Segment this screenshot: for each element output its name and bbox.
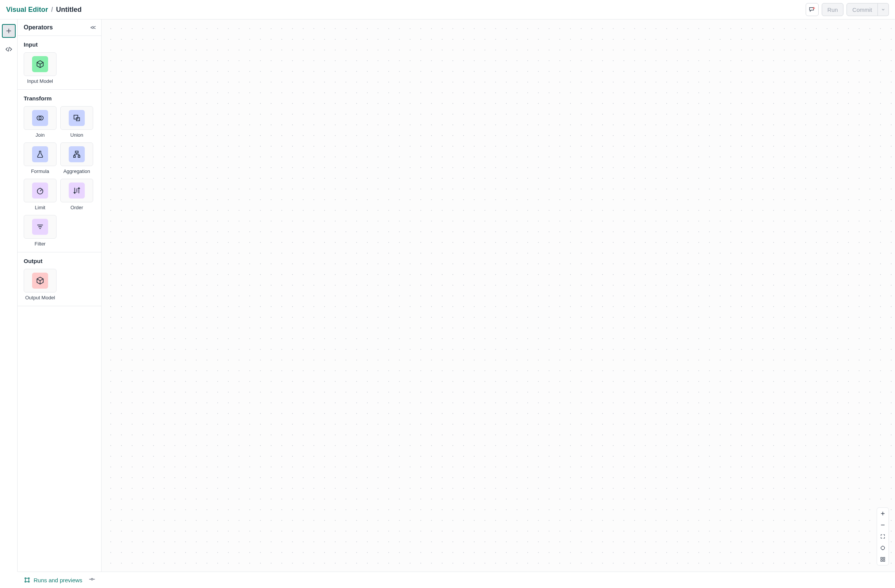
svg-point-13	[25, 578, 26, 579]
header-actions: Run Commit	[806, 3, 889, 16]
cube-icon	[36, 60, 44, 68]
svg-rect-10	[883, 557, 885, 559]
operator-aggregation[interactable]: Aggregation	[60, 142, 93, 174]
operator-input-model[interactable]: Input Model	[24, 52, 57, 84]
runs-previews-label: Runs and previews	[34, 577, 82, 583]
svg-point-14	[28, 578, 29, 579]
collapse-sidebar-button[interactable]: <<	[90, 24, 95, 31]
svg-rect-12	[883, 560, 885, 561]
venn-icon	[36, 114, 44, 122]
header: Visual Editor / Untitled Run Commit	[0, 0, 895, 19]
expand-icon	[880, 534, 885, 539]
breadcrumb-separator: /	[51, 6, 53, 14]
group-transform-title: Transform	[24, 95, 95, 102]
runs-previews-tab[interactable]: Runs and previews	[24, 577, 82, 583]
svg-point-17	[91, 578, 93, 580]
svg-rect-2	[74, 115, 78, 119]
flask-icon	[36, 150, 44, 158]
commit-dropdown-button[interactable]	[878, 3, 889, 16]
svg-rect-9	[881, 557, 882, 559]
center-button[interactable]	[877, 542, 889, 554]
commit-button-group: Commit	[847, 3, 889, 16]
crosshair-icon	[880, 545, 885, 551]
minus-icon	[880, 522, 885, 528]
sparkle-chat-icon	[809, 6, 816, 13]
ai-assist-button[interactable]	[806, 3, 819, 16]
operator-label: Union	[70, 132, 83, 138]
add-operator-button[interactable]	[2, 24, 16, 38]
group-transform: Transform Join Union	[18, 90, 101, 252]
group-input: Input Input Model	[18, 36, 101, 90]
operators-sidebar: Operators << Input Input Model Transform	[18, 19, 102, 572]
operator-label: Formula	[31, 168, 49, 174]
union-shapes-icon	[73, 114, 81, 122]
operator-union[interactable]: Union	[60, 106, 93, 138]
git-commit-icon	[89, 576, 95, 583]
operator-label: Limit	[35, 205, 45, 210]
operator-label: Join	[36, 132, 45, 138]
breadcrumb: Visual Editor / Untitled	[6, 6, 82, 14]
operator-label: Output Model	[25, 295, 55, 300]
operator-label: Input Model	[27, 78, 53, 84]
canvas-controls	[877, 507, 889, 565]
canvas[interactable]	[102, 19, 895, 572]
breadcrumb-current: Untitled	[56, 6, 82, 14]
sort-icon	[73, 186, 81, 195]
footer-bar: Runs and previews	[18, 572, 895, 588]
zoom-out-button[interactable]	[877, 519, 889, 531]
grid-layout-button[interactable]	[877, 554, 889, 565]
operator-output-model[interactable]: Output Model	[24, 269, 57, 300]
operator-order[interactable]: Order	[60, 179, 93, 210]
grid-icon	[880, 557, 885, 562]
svg-rect-4	[75, 151, 78, 153]
sidebar-title: Operators	[24, 24, 53, 31]
fit-screen-button[interactable]	[877, 531, 889, 542]
plus-icon	[880, 511, 885, 516]
git-branch-button[interactable]	[89, 576, 95, 584]
svg-point-15	[25, 581, 26, 582]
operator-join[interactable]: Join	[24, 106, 57, 138]
cube-icon	[36, 276, 44, 285]
chevron-down-icon	[881, 7, 885, 12]
group-output: Output Output Model	[18, 252, 101, 306]
left-rail	[0, 19, 18, 572]
group-input-title: Input	[24, 41, 95, 48]
runs-icon	[24, 577, 31, 583]
svg-rect-11	[881, 560, 882, 561]
main-area: Operators << Input Input Model Transform	[0, 19, 895, 572]
gauge-icon	[36, 186, 44, 195]
hierarchy-icon	[73, 150, 81, 158]
zoom-in-button[interactable]	[877, 508, 889, 519]
run-button[interactable]: Run	[822, 3, 844, 16]
plus-icon	[5, 27, 12, 34]
operator-filter[interactable]: Filter	[24, 215, 57, 247]
svg-rect-6	[78, 156, 80, 158]
code-view-button[interactable]	[2, 42, 16, 56]
commit-button[interactable]: Commit	[847, 3, 878, 16]
operator-label: Order	[70, 205, 83, 210]
svg-point-16	[28, 581, 29, 582]
operator-label: Filter	[35, 241, 46, 247]
sidebar-header: Operators <<	[18, 19, 101, 36]
svg-point-8	[881, 546, 884, 549]
code-icon	[5, 46, 12, 53]
operator-formula[interactable]: Formula	[24, 142, 57, 174]
filter-lines-icon	[36, 223, 44, 231]
operator-limit[interactable]: Limit	[24, 179, 57, 210]
group-output-title: Output	[24, 258, 95, 264]
svg-rect-5	[74, 156, 76, 158]
breadcrumb-root[interactable]: Visual Editor	[6, 6, 48, 14]
operator-label: Aggregation	[63, 168, 90, 174]
